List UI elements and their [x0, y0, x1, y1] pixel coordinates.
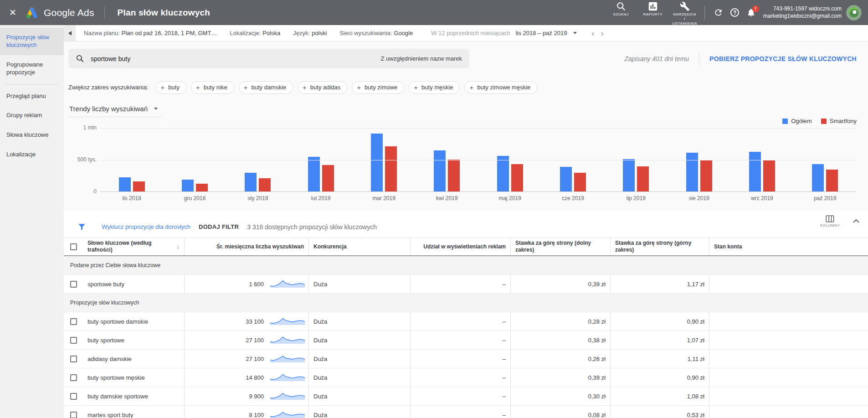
keyword-text: buty sportowe męskie — [87, 374, 145, 381]
sidebar-item[interactable]: Propozycje słów kluczowych — [0, 28, 64, 55]
row-checkbox[interactable] — [70, 356, 77, 362]
bar-smartfony[interactable] — [826, 170, 838, 191]
nav-search[interactable]: SZUKAJ — [607, 0, 635, 17]
prev-period-button[interactable]: ‹ — [591, 29, 594, 37]
plan-setting[interactable]: Sieci wyszukiwania:Google — [339, 30, 413, 36]
account-status-cell — [709, 368, 868, 387]
bar-ogółem[interactable] — [686, 153, 698, 191]
row-checkbox[interactable] — [70, 393, 77, 400]
header-top-bid-low[interactable]: Stawka za górę strony (dolny zakres) — [510, 238, 610, 255]
bar-smartfony[interactable] — [763, 160, 775, 191]
bar-ogółem[interactable] — [119, 177, 131, 191]
header-competition[interactable]: Konkurencja — [308, 238, 410, 255]
google-ads-logo[interactable]: Google Ads — [25, 6, 94, 19]
header-avg-searches[interactable]: Śr. miesięczna liczba wyszukiwań — [184, 238, 308, 255]
bar-ogółem[interactable] — [371, 134, 383, 191]
keyword-search-box[interactable]: Z uwzględnieniem nazw marek — [68, 49, 469, 68]
plan-setting[interactable]: Nazwa planu:Plan od paź 16, 2018, 1 PM, … — [84, 30, 217, 36]
broaden-chip[interactable]: +buty — [156, 81, 186, 94]
bar-ogółem[interactable] — [497, 156, 509, 191]
header-impression-share[interactable]: Udział w wyświetleniach reklam — [410, 238, 510, 255]
chart-x-tick-label: wrz 2019 — [730, 195, 793, 201]
bar-smartfony[interactable] — [511, 164, 523, 191]
bar-ogółem[interactable] — [812, 164, 824, 191]
collapse-panel-button[interactable] — [64, 25, 76, 41]
topbar-divider — [104, 7, 105, 19]
nav-reports[interactable]: RAPORTY — [639, 0, 667, 17]
competition-cell: Duża — [308, 331, 410, 349]
avatar[interactable] — [846, 5, 862, 21]
broaden-chip-label: buty zimowe męskie — [477, 84, 530, 91]
nav-tools-settings[interactable]: NARZĘDZIA I USTAWIENIA — [671, 0, 699, 26]
sidebar-item[interactable]: Słowa kluczowe — [0, 125, 64, 145]
bar-ogółem[interactable] — [245, 173, 257, 191]
keyword-text: adidasy damskie — [87, 356, 132, 362]
sidebar-items: Propozycje słów kluczowychPogrupowane pr… — [0, 28, 64, 165]
add-filter-button[interactable]: DODAJ FILTR — [199, 223, 239, 230]
bar-smartfony[interactable] — [385, 146, 397, 191]
help-button[interactable]: ? — [727, 5, 743, 21]
row-checkbox[interactable] — [70, 374, 77, 381]
results-toolbar: Wyklucz propozycje dla dorosłych DODAJ F… — [64, 211, 868, 237]
bar-ogółem[interactable] — [308, 157, 320, 191]
plus-icon: + — [469, 84, 473, 91]
bar-ogółem[interactable] — [434, 150, 446, 191]
bar-smartfony[interactable] — [637, 166, 649, 191]
keyword-search-input[interactable] — [91, 55, 381, 62]
sidebar-item[interactable]: Pogrupowane propozycje — [0, 55, 64, 83]
bar-ogółem[interactable] — [623, 159, 635, 191]
row-checkbox[interactable] — [70, 412, 77, 418]
table-row: adidasy damskie27 100Duża–0,26 zł1,11 zł — [64, 350, 868, 368]
include-brands-toggle[interactable]: Z uwzględnieniem nazw marek — [381, 55, 462, 62]
keyword-cell: adidasy damskie — [83, 350, 184, 368]
header-account-status[interactable]: Stan konta — [709, 238, 868, 255]
bar-ogółem[interactable] — [182, 180, 194, 191]
chevron-down-icon[interactable] — [573, 32, 577, 34]
broaden-chip[interactable]: +buty zimowe — [352, 81, 404, 94]
top-bid-low-cell: 0,08 zł — [510, 406, 610, 418]
bar-ogółem[interactable] — [560, 167, 572, 191]
broaden-chip[interactable]: +buty zimowe męskie — [464, 81, 537, 94]
broaden-chip[interactable]: +buty damskie — [239, 81, 293, 94]
legend-item-smartfony[interactable]: Smartfony — [821, 118, 857, 124]
plan-setting[interactable]: Lokalizacje:Polska — [230, 30, 280, 36]
bar-smartfony[interactable] — [700, 160, 712, 191]
saved-status: Zapisany 401 dni temu — [624, 55, 689, 62]
legend-item-ogółem[interactable]: Ogółem — [782, 118, 812, 124]
notification-badge-glyph: ! — [755, 6, 756, 11]
download-keyword-ideas-button[interactable]: POBIERZ PROPOZYCJE SŁÓW KLUCZOWYCH — [709, 55, 857, 62]
bar-smartfony[interactable] — [133, 181, 145, 191]
next-period-button[interactable]: › — [601, 29, 603, 37]
bar-smartfony[interactable] — [574, 173, 586, 191]
columns-button[interactable]: KOLUMNY — [820, 215, 840, 227]
bar-smartfony[interactable] — [448, 160, 460, 191]
row-checkbox[interactable] — [70, 318, 77, 325]
sidebar-item[interactable]: Przegląd planu — [0, 87, 64, 106]
sidebar-item[interactable]: Lokalizacje — [0, 145, 64, 165]
close-icon[interactable]: ✕ — [7, 7, 18, 18]
chart-type-dropdown[interactable]: Trendy liczby wyszukiwań — [68, 105, 162, 117]
bar-ogółem[interactable] — [749, 152, 761, 191]
row-checkbox[interactable] — [70, 337, 77, 344]
account-info[interactable]: 743-991-1597 widoczni.com marketing1wido… — [763, 5, 842, 20]
avg-searches-cell: 1 600 — [184, 275, 308, 293]
refresh-button[interactable] — [710, 5, 727, 21]
bar-smartfony[interactable] — [322, 165, 334, 191]
broaden-chip[interactable]: +buty męskie — [409, 81, 460, 94]
broaden-chip[interactable]: +buty nike — [191, 81, 234, 94]
sidebar-item[interactable]: Grupy reklam — [0, 106, 64, 125]
row-checkbox[interactable] — [70, 281, 77, 288]
date-range-value[interactable]: lis 2018 – paź 2019 — [516, 30, 567, 36]
bar-smartfony[interactable] — [196, 184, 208, 191]
collapse-section-button[interactable] — [853, 217, 860, 225]
broaden-chip[interactable]: +buty adidas — [298, 81, 347, 94]
keyword-text: buty damskie sportowe — [87, 393, 148, 400]
header-keyword[interactable]: Słowo kluczowe (według trafności) ↓ — [83, 238, 184, 255]
bar-smartfony[interactable] — [259, 178, 271, 191]
sort-down-icon: ↓ — [177, 243, 180, 250]
select-all-checkbox[interactable] — [70, 243, 77, 250]
notifications-button[interactable]: ! — [743, 5, 760, 21]
exclude-adult-ideas-link[interactable]: Wyklucz propozycje dla dorosłych — [102, 223, 190, 230]
plan-setting[interactable]: Język:polski — [293, 30, 327, 36]
header-top-bid-high[interactable]: Stawka za górę strony (górny zakres) — [610, 238, 709, 255]
